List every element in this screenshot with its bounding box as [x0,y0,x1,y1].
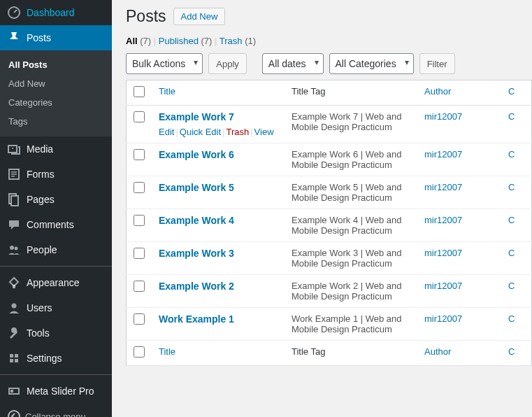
row-checkbox[interactable] [134,149,145,160]
submenu-item-categories[interactable]: Categories [0,93,112,112]
view-link[interactable]: View [254,127,274,137]
people-icon [7,243,21,257]
categories-select[interactable]: All Categories [329,53,414,74]
select-all-checkbox[interactable] [134,86,145,97]
table-row: Example Work 3Example Work 3 | Web and M… [127,242,532,275]
sidebar-item-dashboard[interactable]: Dashboard [0,0,112,25]
row-actions: Edit|Quick Edit|Trash|View [159,127,278,137]
svg-point-6 [10,246,14,250]
posts-table: Title Title Tag Author C Example Work 7E… [126,80,532,366]
row-checkbox[interactable] [134,215,145,226]
row-checkbox[interactable] [134,281,145,292]
author-link[interactable]: mir12007 [424,182,462,192]
sidebar-item-label: Forms [27,169,55,180]
apply-button[interactable]: Apply [208,53,247,74]
sidebar-item-label: Comments [27,219,74,230]
cut-cell[interactable]: C [508,182,515,192]
media-icon [7,142,21,156]
row-checkbox[interactable] [134,313,145,325]
bulk-actions-select[interactable]: Bulk Actions [126,53,203,74]
collapse-label: Collapse menu [25,411,86,418]
sidebar-item-comments[interactable]: Comments [0,212,112,237]
svg-rect-14 [10,390,13,393]
col-author-footer[interactable]: Author [424,346,451,357]
cut-cell[interactable]: C [508,149,515,160]
select-all-checkbox-footer[interactable] [134,346,145,358]
sidebar-item-tools[interactable]: Tools [0,320,112,346]
sidebar-item-forms[interactable]: Forms [0,162,112,187]
collapse-icon [7,409,21,417]
title-tag-text: Example Work 3 | Web and Mobile Design P… [292,248,402,269]
table-row: Work Example 1Work Example 1 | Web and M… [127,308,532,341]
sidebar-item-pages[interactable]: Pages [0,187,112,212]
submenu: All PostsAdd NewCategoriesTags [0,50,112,136]
edit-link[interactable]: Edit [159,127,174,137]
col-title-footer[interactable]: Title [159,346,175,357]
filter-all-link[interactable]: All [126,36,138,46]
submenu-item-add-new[interactable]: Add New [0,74,112,93]
post-title-link[interactable]: Work Example 1 [159,313,234,325]
row-checkbox[interactable] [134,111,145,122]
row-checkbox[interactable] [134,248,145,259]
cut-cell[interactable]: C [508,111,515,122]
post-title-link[interactable]: Example Work 5 [159,182,234,193]
submenu-item-tags[interactable]: Tags [0,112,112,131]
table-nav: Bulk Actions Apply All dates All Categor… [126,53,532,74]
filter-trash-link[interactable]: Trash [220,36,243,46]
post-title-link[interactable]: Example Work 4 [159,215,234,226]
appearance-icon [7,276,21,290]
trash-link[interactable]: Trash [226,127,249,137]
forms-icon [7,167,21,181]
post-title-link[interactable]: Example Work 3 [159,248,234,259]
sidebar-item-label: Appearance [27,277,80,288]
title-tag-text: Work Example 1 | Web and Mobile Design P… [292,313,402,334]
sidebar-item-appearance[interactable]: Appearance [0,270,112,295]
author-link[interactable]: mir12007 [424,313,462,324]
dashboard-icon [7,6,21,20]
sidebar-item-users[interactable]: Users [0,295,112,320]
submenu-item-all-posts[interactable]: All Posts [0,55,112,74]
add-new-button[interactable]: Add New [173,8,226,25]
svg-point-2 [12,148,13,149]
sidebar-item-settings[interactable]: Settings [0,346,112,371]
sidebar-item-meta-slider-pro[interactable]: Meta Slider Pro [0,379,112,404]
cut-cell[interactable]: C [508,313,515,324]
post-title-link[interactable]: Example Work 2 [159,281,234,292]
collapse-menu-button[interactable]: Collapse menu [0,404,112,417]
admin-sidebar: DashboardPostsAll PostsAdd NewCategories… [0,0,112,417]
table-row: Example Work 6Example Work 6 | Web and M… [127,143,532,176]
quick-edit-link[interactable]: Quick Edit [180,127,221,137]
sidebar-item-media[interactable]: Media [0,136,112,162]
author-link[interactable]: mir12007 [424,149,462,160]
sidebar-item-label: Media [27,143,53,155]
cut-cell[interactable]: C [508,248,515,258]
comments-icon [7,218,21,232]
author-link[interactable]: mir12007 [424,248,462,258]
filter-button[interactable]: Filter [419,53,455,74]
users-icon [7,301,21,315]
author-link[interactable]: mir12007 [424,215,462,225]
sidebar-item-label: Settings [27,353,62,364]
sidebar-item-label: Meta Slider Pro [27,386,94,397]
author-link[interactable]: mir12007 [424,111,462,122]
sidebar-item-posts[interactable]: Posts [0,25,112,50]
page-header: Posts Add New [126,7,532,26]
view-filters: All (7) | Published (7) | Trash (1) [126,36,532,46]
row-checkbox[interactable] [134,182,145,193]
filter-published-link[interactable]: Published [159,36,199,46]
sidebar-item-label: Users [27,302,52,313]
post-title-link[interactable]: Example Work 6 [159,149,234,160]
dates-select[interactable]: All dates [262,53,324,74]
cut-cell[interactable]: C [508,281,515,291]
col-titletag-footer: Title Tag [285,341,417,366]
cut-cell[interactable]: C [508,215,515,225]
table-row: Example Work 5Example Work 5 | Web and M… [127,176,532,209]
sidebar-item-people[interactable]: People [0,237,112,262]
svg-rect-10 [15,354,18,358]
svg-rect-5 [11,196,18,206]
col-title-header[interactable]: Title [159,86,175,97]
author-link[interactable]: mir12007 [424,281,462,291]
col-author-header[interactable]: Author [424,86,451,97]
post-title-link[interactable]: Example Work 7 [159,111,234,122]
sidebar-item-label: People [27,244,57,255]
